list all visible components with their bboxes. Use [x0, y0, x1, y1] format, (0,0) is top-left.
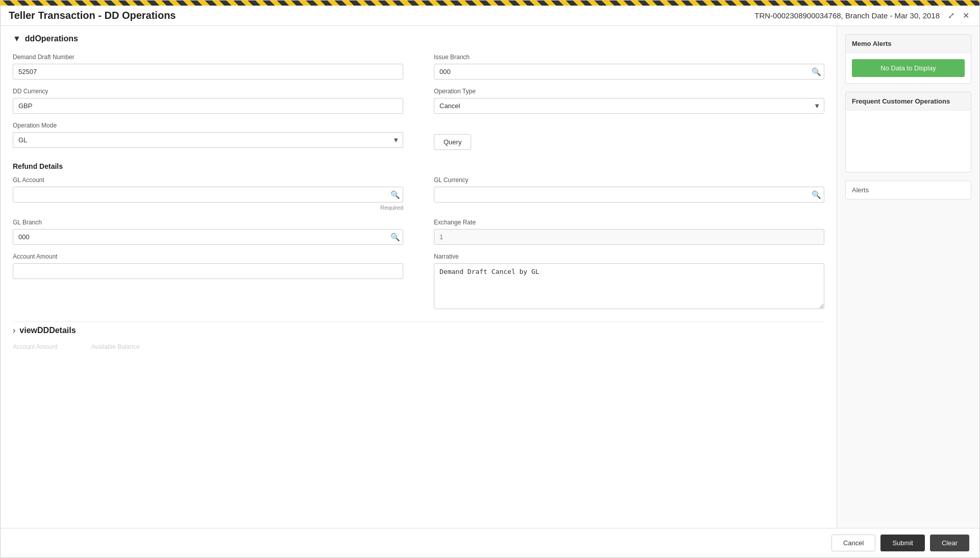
gl-account-input[interactable]	[13, 187, 403, 202]
gl-currency-search-icon[interactable]: 🔍	[812, 190, 821, 199]
issue-branch-search-icon[interactable]: 🔍	[812, 67, 821, 77]
main-layout: ▼ ddOperations Demand Draft Number Issue…	[1, 26, 979, 528]
memo-alerts-title: Memo Alerts	[846, 35, 971, 53]
refund-form-grid: GL Account 🔍 Required GL Currency 🔍	[13, 176, 824, 309]
gl-currency-label: GL Currency	[434, 176, 824, 184]
query-group: Query	[434, 122, 824, 150]
operation-type-wrapper: Cancel Issue Revalidate ▼	[434, 98, 824, 114]
gl-branch-group: GL Branch 🔍	[13, 219, 403, 245]
view-dd-details-title: viewDDDetails	[19, 326, 76, 335]
operation-type-label: Operation Type	[434, 88, 824, 95]
operation-mode-group: Operation Mode GL Cash Account ▼	[13, 122, 403, 150]
gl-account-required: Required	[13, 205, 403, 211]
view-dd-details-section: › viewDDDetails	[13, 321, 824, 339]
issue-branch-group: Issue Branch 🔍	[434, 54, 824, 80]
view-dd-details-chevron[interactable]: ›	[13, 326, 15, 335]
gl-account-search-icon[interactable]: 🔍	[390, 190, 400, 199]
gl-account-wrapper: 🔍	[13, 187, 403, 202]
dd-currency-input[interactable]	[13, 98, 403, 114]
operation-mode-label: Operation Mode	[13, 122, 403, 129]
content-area: ▼ ddOperations Demand Draft Number Issue…	[1, 26, 837, 528]
cancel-button[interactable]: Cancel	[831, 535, 875, 551]
demand-draft-number-group: Demand Draft Number	[13, 54, 403, 80]
main-window: Teller Transaction - DD Operations TRN-0…	[0, 0, 980, 558]
query-button[interactable]: Query	[434, 134, 471, 150]
frequent-customer-body	[846, 111, 971, 172]
gl-branch-search-icon[interactable]: 🔍	[390, 233, 400, 242]
dd-operations-title: ddOperations	[25, 34, 78, 43]
clear-button[interactable]: Clear	[930, 535, 969, 551]
submit-button[interactable]: Submit	[880, 535, 924, 551]
frequent-customer-section: Frequent Customer Operations	[845, 92, 971, 172]
narrative-group: Narrative Demand Draft Cancel by GL	[434, 253, 824, 309]
dd-operations-chevron[interactable]: ▼	[13, 34, 21, 43]
alerts-section: Alerts	[845, 181, 971, 199]
gl-branch-label: GL Branch	[13, 219, 403, 226]
exchange-rate-label: Exchange Rate	[434, 219, 824, 226]
dd-operations-section-header: ▼ ddOperations	[13, 34, 824, 43]
account-amount-wrapper	[13, 263, 403, 279]
dd-currency-label: DD Currency	[13, 88, 403, 95]
exchange-rate-group: Exchange Rate	[434, 219, 824, 245]
exchange-rate-wrapper	[434, 229, 824, 245]
transaction-info: TRN-0002308900034768, Branch Date - Mar …	[754, 11, 940, 20]
window-title: Teller Transaction - DD Operations	[9, 10, 176, 21]
faded-bottom: Account Amount Available Balance	[13, 343, 824, 350]
account-amount-label: Account Amount	[13, 253, 403, 260]
issue-branch-label: Issue Branch	[434, 54, 824, 61]
gl-branch-input[interactable]	[13, 229, 403, 245]
operation-mode-select[interactable]: GL Cash Account	[13, 132, 403, 148]
gl-account-group: GL Account 🔍 Required	[13, 176, 403, 211]
demand-draft-number-label: Demand Draft Number	[13, 54, 403, 61]
gl-currency-input[interactable]	[434, 187, 824, 202]
gl-account-label: GL Account	[13, 176, 403, 184]
memo-alerts-button[interactable]: No Data to Display	[852, 59, 965, 77]
frequent-customer-title: Frequent Customer Operations	[846, 92, 971, 111]
right-sidebar: Memo Alerts No Data to Display Frequent …	[837, 26, 979, 528]
operation-mode-wrapper: GL Cash Account ▼	[13, 132, 403, 148]
gl-currency-wrapper: 🔍	[434, 187, 824, 202]
exchange-rate-input[interactable]	[434, 229, 824, 245]
hazard-stripe	[1, 1, 979, 6]
narrative-label: Narrative	[434, 253, 824, 260]
gl-currency-group: GL Currency 🔍	[434, 176, 824, 211]
expand-icon[interactable]: ⤢	[946, 10, 957, 21]
title-bar-icons: ⤢ ✕	[946, 10, 971, 21]
refund-details-label: Refund Details	[13, 162, 824, 170]
operation-type-group: Operation Type Cancel Issue Revalidate ▼	[434, 88, 824, 114]
demand-draft-number-input[interactable]	[13, 64, 403, 80]
action-bar: Cancel Submit Clear	[1, 528, 979, 557]
demand-draft-number-wrapper	[13, 64, 403, 80]
memo-alerts-section: Memo Alerts No Data to Display	[845, 34, 971, 84]
close-icon[interactable]: ✕	[961, 10, 971, 21]
issue-branch-input[interactable]	[434, 64, 824, 80]
gl-branch-wrapper: 🔍	[13, 229, 403, 245]
query-btn-wrapper: Query	[434, 132, 824, 150]
issue-branch-wrapper: 🔍	[434, 64, 824, 80]
account-amount-input[interactable]	[13, 263, 403, 279]
operation-type-select[interactable]: Cancel Issue Revalidate	[434, 98, 824, 114]
account-amount-group: Account Amount	[13, 253, 403, 309]
narrative-input[interactable]: Demand Draft Cancel by GL	[434, 263, 824, 309]
top-form-grid: Demand Draft Number Issue Branch 🔍 DD Cu…	[13, 54, 824, 150]
title-bar: Teller Transaction - DD Operations TRN-0…	[1, 6, 979, 26]
title-bar-right: TRN-0002308900034768, Branch Date - Mar …	[754, 10, 971, 21]
dd-currency-group: DD Currency	[13, 88, 403, 114]
alerts-label: Alerts	[852, 186, 869, 194]
dd-currency-wrapper	[13, 98, 403, 114]
